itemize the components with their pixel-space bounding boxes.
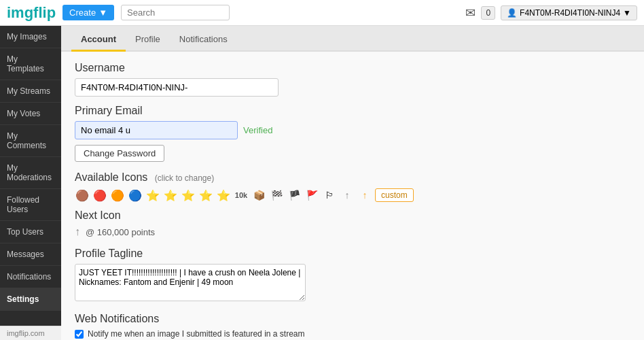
sidebar-item-notifications[interactable]: Notifications [0, 266, 61, 288]
change-password-button[interactable]: Change Password [75, 145, 164, 162]
next-icon-points: @ 160,000 points [86, 227, 155, 237]
create-label: Create [69, 7, 96, 18]
notify-stream-featured-label: Notify me when an image I submitted is f… [88, 329, 304, 339]
icon-brown-circle[interactable]: 🟤 [75, 188, 90, 203]
profile-tagline-label: Profile Tagline [75, 248, 630, 260]
icon-arrow-up-2[interactable]: ↑ [357, 188, 372, 203]
navbar: imgflip Create ▼ ✉ 0 👤 F4NT0M-R4DI4TI0N-… [0, 0, 644, 26]
available-icons-section: Available Icons (click to change) 🟤 🔴 🟠 … [75, 171, 630, 203]
available-icons-label: Available Icons [75, 171, 147, 183]
username-display: F4NT0M-R4DI4TI0N-NINJ4 [520, 8, 620, 18]
click-to-change-hint: (click to change) [155, 173, 214, 183]
tab-account[interactable]: Account [71, 29, 126, 52]
page-layout: My Images My Templates My Streams My Vot… [0, 26, 644, 340]
web-notifications-label: Web Notifications [75, 313, 630, 325]
navbar-right: ✉ 0 👤 F4NT0M-R4DI4TI0N-NINJ4 ▼ [465, 5, 637, 20]
profile-tagline-section: Profile Tagline JUST YEET IT!!!!!!!!!!!!… [75, 248, 630, 303]
footer-site: imgflip.com [0, 326, 61, 340]
icon-flag-4[interactable]: 🏳 [322, 188, 337, 203]
email-section: Primary Email Verified Change Password [75, 105, 630, 162]
site-logo[interactable]: imgflip [7, 4, 56, 22]
points-badge: 0 [481, 6, 495, 20]
icon-box[interactable]: 📦 [251, 188, 266, 203]
icon-star-4[interactable]: ⭐ [198, 188, 213, 203]
create-dropdown-arrow: ▼ [99, 7, 107, 18]
sidebar-item-my-images[interactable]: My Images [0, 26, 61, 48]
available-icons-header: Available Icons (click to change) [75, 171, 630, 184]
sidebar-item-my-streams[interactable]: My Streams [0, 80, 61, 103]
icon-flag-3[interactable]: 🚩 [304, 188, 319, 203]
icon-flag-2[interactable]: 🏴 [287, 188, 302, 203]
icon-star-2[interactable]: ⭐ [163, 188, 178, 203]
sidebar: My Images My Templates My Streams My Vot… [0, 26, 61, 340]
tab-profile[interactable]: Profile [126, 29, 170, 52]
notification-stream-featured-row: Notify me when an image I submitted is f… [75, 329, 630, 339]
icon-arrow-up-1[interactable]: ↑ [340, 188, 355, 203]
username-label: Username [75, 62, 630, 74]
email-row: Verified [75, 121, 630, 139]
email-label: Primary Email [75, 105, 630, 117]
icon-star-5[interactable]: ⭐ [216, 188, 231, 203]
username-section: Username [75, 62, 630, 97]
icon-blue-circle[interactable]: 🔵 [128, 188, 143, 203]
verified-badge: Verified [243, 125, 272, 135]
next-icon-symbol: ↑ [75, 226, 80, 238]
icon-red-circle[interactable]: 🔴 [92, 188, 107, 203]
icon-star-3[interactable]: ⭐ [181, 188, 196, 203]
mail-icon[interactable]: ✉ [465, 5, 476, 20]
sidebar-item-my-votes[interactable]: My Votes [0, 103, 61, 125]
create-button[interactable]: Create ▼ [62, 5, 114, 20]
sidebar-item-messages[interactable]: Messages [0, 243, 61, 266]
notify-stream-featured-checkbox[interactable] [75, 330, 84, 339]
main-content: Account Profile Notifications Username P… [61, 26, 644, 340]
content-area: Username Primary Email Verified Change P… [61, 52, 644, 340]
icon-star-1[interactable]: ⭐ [145, 188, 160, 203]
sidebar-item-top-users[interactable]: Top Users [0, 221, 61, 243]
sidebar-item-settings[interactable]: Settings [0, 288, 61, 311]
search-input[interactable] [121, 5, 230, 20]
icon-orange-circle[interactable]: 🟠 [110, 188, 125, 203]
tab-bar: Account Profile Notifications [61, 26, 644, 52]
web-notifications-section: Web Notifications Notify me when an imag… [75, 313, 630, 340]
dropdown-arrow-icon: ▼ [623, 8, 631, 18]
next-icon-label: Next Icon [75, 209, 630, 222]
next-icon-row: ↑ @ 160,000 points [75, 226, 630, 238]
sidebar-item-followed-users[interactable]: Followed Users [0, 189, 61, 221]
sidebar-item-my-comments[interactable]: My Comments [0, 125, 61, 157]
sidebar-item-my-templates[interactable]: My Templates [0, 48, 61, 80]
next-icon-section: Next Icon ↑ @ 160,000 points [75, 209, 630, 238]
user-menu-button[interactable]: 👤 F4NT0M-R4DI4TI0N-NINJ4 ▼ [501, 5, 637, 20]
email-input[interactable] [75, 121, 238, 139]
icon-flag-1[interactable]: 🏁 [269, 188, 284, 203]
icons-row: 🟤 🔴 🟠 🔵 ⭐ ⭐ ⭐ ⭐ ⭐ 10k 📦 🏁 🏴 🚩 🏳 ↑ [75, 188, 630, 203]
profile-tagline-textarea[interactable]: JUST YEET IT!!!!!!!!!!!!!!!!!!!! | I hav… [75, 264, 306, 301]
custom-icon-button[interactable]: custom [375, 188, 414, 202]
user-icon: 👤 [507, 8, 517, 18]
username-input[interactable] [75, 78, 279, 97]
icon-10k[interactable]: 10k [234, 188, 249, 203]
tab-notifications[interactable]: Notifications [170, 29, 237, 52]
sidebar-item-my-moderations[interactable]: My Moderations [0, 157, 61, 189]
